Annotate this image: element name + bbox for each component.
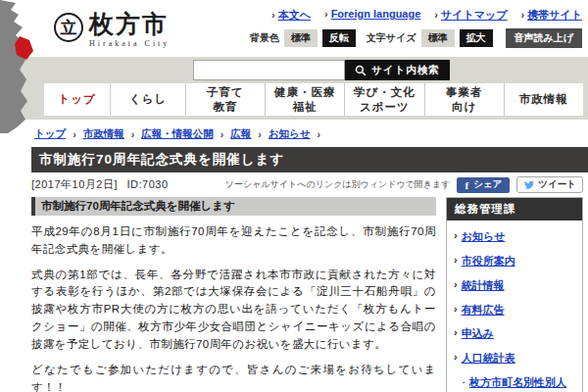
chevron-right-icon: › [454, 351, 458, 363]
text-to-speech-button[interactable]: 音声読み上げ [506, 28, 582, 48]
header-band: サイト内検索 トップ くらし 子育て教育 健康・医療福祉 学び・文化スポーツ 事… [0, 57, 588, 120]
sidebar-department-title: 総務管理課 [447, 198, 582, 220]
nav-item-label: くらし [129, 92, 167, 106]
sidebar-link-label[interactable]: 人口統計表 [462, 351, 515, 366]
sidebar: 総務管理課 ›お知らせ ›市役所案内 ›統計情報 ›有料広告 ›申込み ›人口統… [446, 197, 583, 392]
article-paragraph: 平成29年の8月1日に市制施行70周年を迎えたことを記念し、市制施行70周年記念… [31, 223, 436, 259]
chevron-right-icon: › [258, 128, 262, 140]
breadcrumb-link-news[interactable]: お知らせ [269, 127, 311, 141]
nav-item-top[interactable]: トップ [44, 83, 110, 116]
article: 市制施行70周年記念式典を開催します 平成29年の8月1日に市制施行70周年を迎… [31, 197, 436, 392]
chevron-right-icon: › [454, 326, 458, 338]
sidebar-link-label[interactable]: 有料広告 [462, 303, 505, 318]
sidebar-link-label[interactable]: 統計情報 [462, 278, 505, 293]
chevron-right-icon: › [454, 229, 458, 241]
utility-link-mobile-site[interactable]: ›携帯サイト [521, 8, 582, 23]
font-size-label: 文字サイズ [367, 31, 416, 45]
nav-item-label: 学び・文化 [354, 85, 416, 99]
dot-bullet-icon: ・ [460, 377, 467, 388]
page-title: 市制施行70周年記念式典を開催します [31, 147, 588, 172]
chevron-right-icon: › [73, 128, 76, 140]
article-paragraph: 式典の第1部では、長年、各分野で活躍され本市市政に貢献された方々に対する表彰を行… [31, 267, 436, 354]
nav-item-label: 子育て [207, 85, 244, 99]
facebook-share-button[interactable]: f シェア [457, 177, 510, 193]
nav-item-label2: スポーツ [360, 100, 410, 114]
nav-item-label: 健康・医療 [274, 85, 336, 99]
sidebar-link-statistics[interactable]: ›統計情報 [454, 278, 576, 293]
main-content: 市制施行70周年記念式典を開催します 平成29年の8月1日に市制施行70周年を迎… [31, 197, 583, 392]
sidebar-link-applications[interactable]: ›申込み [454, 326, 576, 341]
site-search-button[interactable]: サイト内検索 [345, 60, 450, 80]
accessibility-controls: 背景色 標準 反転 文字サイズ 標準 拡大 音声読み上げ [244, 28, 582, 48]
search-button-label: サイト内検索 [371, 64, 440, 77]
publish-date: [2017年10月2日] [31, 178, 118, 190]
site-search: サイト内検索 [193, 60, 450, 80]
utility-link-label[interactable]: Foreign language [331, 8, 421, 20]
chevron-right-icon: › [271, 9, 275, 21]
search-icon [355, 65, 367, 76]
sidebar-link-city-hall-guide[interactable]: ›市役所案内 [454, 254, 576, 269]
breadcrumb-link-city-government[interactable]: 市政情報 [83, 127, 124, 141]
nav-item-business[interactable]: 事業者向け [424, 83, 504, 116]
nav-item-label2: 教育 [213, 100, 237, 114]
main-navigation: トップ くらし 子育て教育 健康・医療福祉 学び・文化スポーツ 事業者向け 市政… [44, 83, 583, 116]
nav-item-label: 市政情報 [519, 92, 568, 106]
chevron-right-icon: › [131, 128, 135, 140]
utility-link-label[interactable]: サイトマップ [441, 9, 508, 21]
utility-link-label[interactable]: 本文へ [278, 9, 311, 21]
chevron-right-icon: › [454, 303, 458, 315]
sidebar-link-news[interactable]: ›お知らせ [454, 229, 576, 244]
utility-link-main-content[interactable]: ›本文へ [271, 8, 311, 23]
nav-item-childcare-education[interactable]: 子育て教育 [185, 83, 265, 116]
utility-link-foreign-language[interactable]: ›Foreign language [324, 8, 420, 23]
font-size-large-button[interactable]: 拡大 [460, 29, 493, 47]
sidebar-link-paid-ads[interactable]: ›有料広告 [454, 303, 576, 318]
tweet-label: ツイート [538, 178, 576, 191]
page-meta: [2017年10月2日] ID:7030 ソーシャルサイトへのリンクは別ウィンド… [31, 176, 583, 193]
chevron-right-icon: › [324, 8, 328, 20]
breadcrumb-link-top[interactable]: トップ [34, 127, 66, 141]
chevron-right-icon: › [454, 254, 458, 266]
nav-item-label2: 福祉 [293, 100, 318, 114]
city-emblem-icon: 立 [54, 13, 83, 42]
sidebar-link-label[interactable]: 申込み [462, 326, 494, 341]
breadcrumb-link-public-relations[interactable]: 広報 [230, 127, 251, 141]
sidebar-link-label[interactable]: 市役所案内 [462, 254, 515, 269]
chevron-right-icon: › [220, 128, 224, 140]
breadcrumb: トップ› 市政情報› 広報・情報公開› 広報› お知らせ› [34, 127, 582, 141]
chevron-right-icon: › [454, 278, 458, 290]
social-links-note: ソーシャルサイトへのリンクは別ウィンドウで開きます [225, 178, 451, 191]
chevron-right-icon: › [521, 9, 525, 21]
background-color-label: 背景色 [250, 31, 279, 45]
tweet-button[interactable]: ツイート [516, 176, 583, 193]
utility-link-label[interactable]: 携帯サイト [527, 9, 582, 21]
article-paragraph: どなたでもご参加いただけますので、皆さんのご来場をお待ちしています！！ [31, 362, 436, 392]
share-label: シェア [473, 178, 502, 191]
bg-invert-button[interactable]: 反転 [322, 29, 356, 47]
sidebar-sublink-label[interactable]: 枚方市町名別性別人口 [469, 375, 576, 392]
site-search-input[interactable] [193, 60, 345, 80]
site-logo[interactable]: 立 枚方市 Hirakata City [54, 11, 170, 48]
facebook-icon: f [465, 179, 468, 191]
utility-link-sitemap[interactable]: ›サイトマップ [434, 8, 507, 23]
breadcrumb-link-public-relations-disclosure[interactable]: 広報・情報公開 [141, 127, 214, 141]
site-header: 立 枚方市 Hirakata City ›本文へ ›Foreign langua… [0, 0, 588, 57]
twitter-icon [523, 179, 534, 190]
nav-item-living[interactable]: くらし [110, 83, 184, 116]
nav-item-label2: 向け [452, 100, 476, 114]
font-size-standard-button[interactable]: 標準 [421, 29, 455, 47]
chevron-right-icon: › [318, 128, 321, 140]
sidebar-link-label[interactable]: お知らせ [462, 229, 506, 244]
sidebar-sublink-population-by-town-gender[interactable]: ・枚方市町名別性別人口 [460, 375, 576, 392]
logo-city-name: 枚方市 [89, 11, 170, 38]
chevron-right-icon: › [434, 9, 438, 21]
bg-standard-button[interactable]: 標準 [284, 29, 318, 47]
nav-item-health-welfare[interactable]: 健康・医療福祉 [265, 83, 344, 116]
utility-links: ›本文へ ›Foreign language ›サイトマップ ›携帯サイト [271, 8, 582, 23]
sidebar-link-population-statistics[interactable]: ›人口統計表 [454, 351, 576, 366]
page-id: ID:7030 [127, 178, 169, 190]
article-heading: 市制施行70周年記念式典を開催します [31, 197, 436, 216]
nav-item-city-government[interactable]: 市政情報 [504, 83, 583, 116]
nav-item-learning-culture-sports[interactable]: 学び・文化スポーツ [344, 83, 423, 116]
logo-city-name-en: Hirakata City [89, 39, 170, 48]
